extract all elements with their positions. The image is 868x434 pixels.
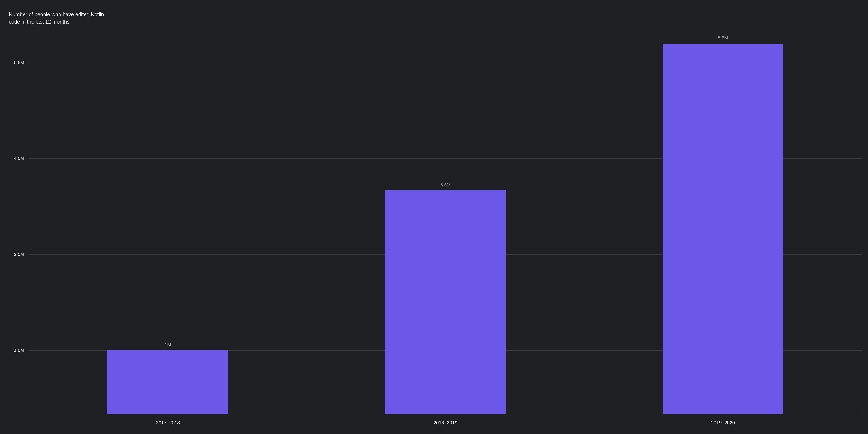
x-axis-line bbox=[0, 414, 862, 414]
chart-title: Number of people who have edited Kotlin … bbox=[9, 11, 113, 25]
bar-value-label: 5.8M bbox=[718, 35, 728, 41]
y-axis-tick: 4.0M bbox=[14, 156, 24, 161]
x-axis-tick: 2018–2019 bbox=[433, 420, 458, 426]
bar-value-label: 1M bbox=[165, 342, 171, 347]
chart-container: Number of people who have edited Kotlin … bbox=[0, 0, 868, 434]
x-axis-tick: 2019–2020 bbox=[711, 420, 735, 426]
y-axis-tick: 5.5M bbox=[14, 60, 24, 65]
y-axis-tick: 2.5M bbox=[14, 252, 24, 257]
bar: 3.5M bbox=[385, 191, 506, 414]
bar: 5.8M bbox=[662, 43, 783, 414]
plot-area: 1.0M2.5M4.0M5.5M1M2017–20183.5M2018–2019… bbox=[29, 11, 862, 414]
bar: 1M bbox=[107, 350, 228, 414]
x-axis-tick: 2017–2018 bbox=[156, 420, 180, 426]
bar-value-label: 3.5M bbox=[440, 182, 451, 188]
y-axis-tick: 1.0M bbox=[14, 347, 24, 353]
